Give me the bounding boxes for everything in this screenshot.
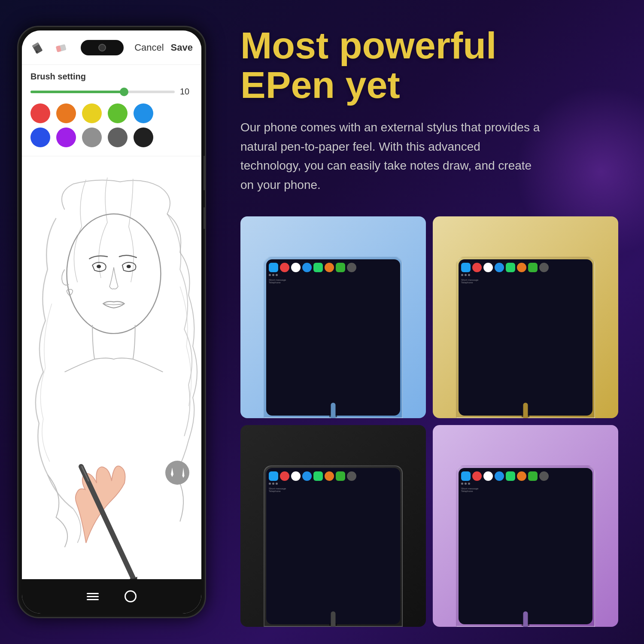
card-app: [483, 263, 493, 272]
svg-marker-12: [171, 468, 173, 477]
card-app: [539, 263, 549, 272]
camera-pill: [81, 40, 124, 55]
phones-grid: Short message Telephone: [240, 216, 618, 627]
card-app: [313, 471, 323, 481]
phone-bottom-bar: [22, 579, 201, 614]
card-device-blue: Short message Telephone: [264, 257, 403, 418]
slider-fill: [30, 91, 124, 93]
save-button[interactable]: Save: [171, 42, 193, 53]
nav-line-3: [87, 599, 99, 600]
brush-slider-track[interactable]: [30, 91, 175, 93]
pencil-icon: [32, 41, 46, 55]
card-screen-purple: Short message Telephone: [459, 468, 592, 624]
card-wrapper-dark: Short message Telephone: [240, 425, 426, 627]
tool-icons: [30, 39, 70, 56]
phone-card-dark: Short message Telephone: [240, 425, 426, 627]
eraser-tool[interactable]: [53, 39, 70, 56]
color-blue[interactable]: [134, 103, 153, 123]
card-dots-gold: [459, 274, 592, 279]
color-black[interactable]: [134, 128, 153, 147]
card-app: [325, 471, 334, 481]
phone-card-blue: Short message Telephone: [240, 216, 426, 418]
card-body-gold: Short message Telephone: [456, 257, 595, 418]
right-panel: Most powerful EPen yet Our phone comes w…: [223, 0, 644, 644]
card-app: [472, 471, 482, 481]
card-text-blue2: Telephone: [266, 281, 400, 284]
left-panel: Cancel Save Brush setting 10: [0, 0, 223, 644]
phone-toolbar: Cancel Save: [22, 30, 201, 65]
stylus-gold: [523, 403, 528, 418]
drawing-canvas[interactable]: [22, 156, 201, 579]
card-app: [280, 263, 289, 272]
card-app: [269, 263, 278, 272]
card-text-gold2: Telephone: [459, 281, 592, 284]
stylus-blue: [331, 403, 336, 418]
card-apps-row-gold: [459, 259, 592, 274]
eraser-icon: [55, 41, 68, 55]
card-app: [269, 471, 278, 481]
recent-apps-button[interactable]: [87, 593, 99, 600]
color-palette: [30, 103, 193, 147]
card-app: [506, 263, 515, 272]
top-bar-actions: Cancel Save: [134, 42, 193, 53]
card-wrapper-gold: Short message Telephone: [433, 216, 618, 418]
card-app: [336, 471, 345, 481]
card-app: [495, 471, 504, 481]
floating-pen-button[interactable]: [165, 461, 189, 485]
card-apps-row-blue: [266, 259, 400, 274]
color-green[interactable]: [108, 103, 128, 123]
card-app: [483, 471, 493, 481]
card-wrapper-purple: Short message Telephone: [433, 425, 618, 627]
card-app: [461, 471, 471, 481]
card-body-blue: Short message Telephone: [264, 257, 403, 418]
card-app: [291, 471, 301, 481]
color-yellow[interactable]: [82, 103, 102, 123]
card-app: [280, 471, 289, 481]
card-screen-dark: Short message Telephone: [266, 468, 400, 624]
color-dark-gray[interactable]: [108, 128, 128, 147]
svg-rect-5: [22, 176, 201, 560]
color-red[interactable]: [30, 103, 50, 123]
phone-mockup: Cancel Save Brush setting 10: [17, 26, 206, 618]
card-screen-blue: Short message Telephone: [266, 259, 400, 416]
svg-point-7: [97, 265, 101, 268]
card-apps-row-dark: [266, 468, 400, 483]
slider-thumb[interactable]: [120, 88, 128, 96]
pencil-tool[interactable]: [30, 39, 48, 56]
brush-label: Brush setting: [30, 72, 193, 82]
card-app: [302, 471, 312, 481]
stylus-purple: [523, 611, 528, 627]
home-button[interactable]: [125, 590, 137, 602]
card-app: [461, 263, 471, 272]
slider-row: 10: [30, 87, 193, 97]
stylus-dark: [331, 611, 336, 627]
card-dots-dark: [266, 483, 400, 487]
card-app: [539, 471, 549, 481]
color-row-2: [30, 128, 193, 147]
brush-settings-panel: Brush setting 10: [22, 65, 201, 156]
card-app: [472, 263, 482, 272]
card-app: [517, 471, 526, 481]
camera-dot: [98, 44, 106, 52]
pen-icon: [166, 467, 178, 479]
nav-line-1: [87, 593, 99, 594]
color-dark-blue[interactable]: [30, 128, 50, 147]
card-app: [347, 471, 356, 481]
card-app: [347, 263, 356, 272]
cancel-button[interactable]: Cancel: [134, 42, 164, 53]
headline-line2: EPen yet: [240, 64, 400, 106]
sketch-drawing: [22, 156, 201, 579]
svg-point-8: [127, 265, 131, 268]
color-row-1: [30, 103, 193, 123]
phone-card-purple: Short message Telephone: [433, 425, 618, 627]
color-purple[interactable]: [56, 128, 76, 147]
color-light-gray[interactable]: [82, 128, 102, 147]
card-apps-row-purple: [459, 468, 592, 483]
card-text-dark2: Telephone: [266, 490, 400, 492]
headline-line1: Most powerful: [240, 24, 496, 67]
card-app: [528, 263, 538, 272]
brush-value: 10: [180, 87, 193, 97]
color-orange[interactable]: [56, 103, 76, 123]
card-text-purple2: Telephone: [459, 490, 592, 492]
side-button-2: [204, 207, 206, 229]
